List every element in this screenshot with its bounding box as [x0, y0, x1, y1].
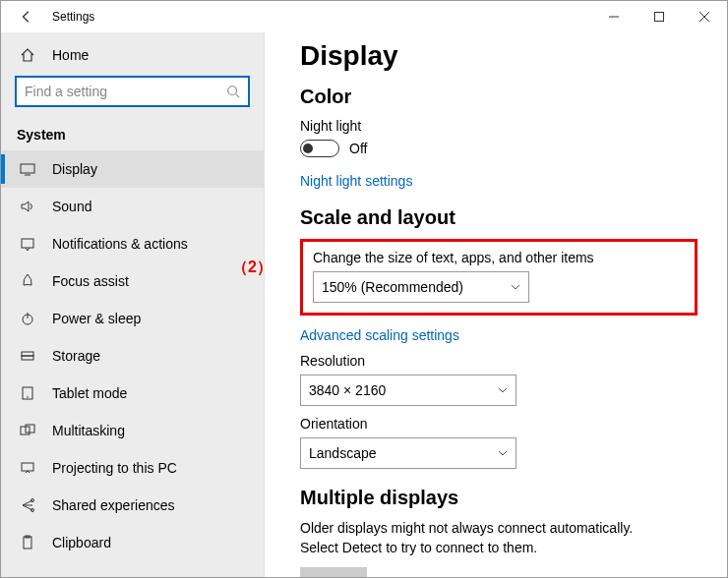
sidebar: Home System Display Sound Notifications …: [1, 32, 265, 577]
shared-icon: [19, 496, 36, 514]
scale-value: 150% (Recommended): [322, 279, 463, 295]
scale-label: Change the size of text, apps, and other…: [313, 250, 685, 265]
close-icon: [699, 12, 709, 22]
annotation-highlight: Change the size of text, apps, and other…: [300, 239, 698, 316]
sidebar-item-label: Power & sleep: [52, 311, 141, 326]
minimize-button[interactable]: [591, 2, 637, 31]
resolution-label: Resolution: [300, 353, 698, 369]
orientation-value: Landscape: [309, 445, 377, 461]
maximize-icon: [654, 12, 664, 22]
search-input[interactable]: [25, 84, 224, 99]
search-icon: [224, 83, 242, 100]
sidebar-home[interactable]: Home: [1, 36, 264, 74]
svg-line-3: [236, 94, 240, 98]
minimize-icon: [609, 12, 619, 22]
night-light-settings-link[interactable]: Night light settings: [300, 173, 412, 189]
sidebar-item-label: Shared experiences: [52, 497, 175, 513]
svg-rect-9: [22, 352, 33, 356]
clipboard-icon: [19, 534, 36, 551]
chevron-down-icon: [498, 448, 508, 458]
notifications-icon: [19, 235, 36, 253]
storage-icon: [19, 347, 36, 365]
night-light-state: Off: [349, 141, 367, 156]
page-title: Display: [300, 40, 698, 72]
svg-rect-6: [22, 239, 33, 248]
multiple-displays-description: Older displays might not always connect …: [300, 519, 674, 557]
home-icon: [19, 46, 36, 64]
tablet-icon: [19, 384, 36, 402]
sidebar-item-label: Display: [52, 161, 97, 177]
sidebar-item-storage[interactable]: Storage: [1, 337, 264, 375]
annotation-marker: （2）: [232, 258, 273, 278]
sidebar-item-label: Sound: [52, 199, 91, 214]
focus-assist-icon: [19, 272, 36, 290]
resolution-value: 3840 × 2160: [309, 382, 386, 398]
night-light-label: Night light: [300, 118, 698, 134]
sidebar-item-label: Focus assist: [52, 273, 129, 289]
maximize-button[interactable]: [637, 2, 682, 31]
back-button[interactable]: [13, 3, 40, 30]
section-multiple-displays: Multiple displays: [300, 487, 698, 509]
sidebar-item-label: Notifications & actions: [52, 236, 188, 252]
svg-rect-18: [24, 537, 31, 549]
close-button[interactable]: [682, 2, 727, 31]
scale-dropdown[interactable]: 150% (Recommended): [313, 271, 529, 303]
titlebar: Settings: [1, 1, 727, 32]
svg-point-12: [27, 396, 29, 398]
sidebar-item-notifications[interactable]: Notifications & actions: [1, 225, 264, 262]
sidebar-item-label: Storage: [52, 348, 100, 364]
svg-rect-10: [22, 356, 33, 360]
svg-point-2: [228, 87, 237, 95]
sidebar-section-label: System: [1, 117, 264, 150]
sidebar-home-label: Home: [52, 47, 89, 63]
sidebar-item-shared-experiences[interactable]: Shared experiences: [1, 487, 264, 524]
chevron-down-icon: [511, 282, 520, 292]
night-light-toggle[interactable]: [300, 140, 339, 157]
advanced-scaling-link[interactable]: Advanced scaling settings: [300, 327, 459, 343]
orientation-label: Orientation: [300, 416, 698, 432]
svg-rect-1: [655, 13, 664, 22]
sidebar-item-clipboard[interactable]: Clipboard: [1, 524, 264, 561]
sidebar-item-projecting[interactable]: Projecting to this PC: [1, 449, 264, 487]
sidebar-item-label: Projecting to this PC: [52, 460, 177, 476]
resolution-dropdown[interactable]: 3840 × 2160: [300, 375, 516, 406]
multitasking-icon: [19, 422, 36, 439]
svg-rect-15: [22, 463, 33, 471]
svg-rect-4: [21, 164, 34, 173]
sidebar-item-sound[interactable]: Sound: [1, 188, 264, 225]
orientation-dropdown[interactable]: Landscape: [300, 437, 516, 469]
projecting-icon: [19, 459, 36, 477]
arrow-left-icon: [20, 10, 33, 24]
content: Display Color Night light Off Night ligh…: [265, 32, 727, 577]
window-title: Settings: [52, 10, 94, 24]
display-icon: [19, 160, 36, 178]
sidebar-item-multitasking[interactable]: Multitasking: [1, 412, 264, 449]
search-box[interactable]: [15, 76, 250, 107]
sidebar-item-label: Clipboard: [52, 535, 111, 550]
detect-button[interactable]: Detect: [300, 567, 367, 577]
section-scale: Scale and layout: [300, 206, 698, 229]
sidebar-item-label: Tablet mode: [52, 385, 127, 401]
sidebar-item-power-sleep[interactable]: Power & sleep: [1, 300, 264, 337]
sidebar-item-display[interactable]: Display: [1, 150, 264, 188]
sidebar-item-label: Multitasking: [52, 423, 125, 438]
power-icon: [19, 310, 36, 327]
sidebar-item-tablet-mode[interactable]: Tablet mode: [1, 375, 264, 412]
window-controls: [591, 2, 727, 31]
sound-icon: [19, 198, 36, 215]
chevron-down-icon: [498, 385, 508, 395]
sidebar-item-focus-assist[interactable]: Focus assist: [1, 262, 264, 300]
section-color: Color: [300, 86, 698, 108]
